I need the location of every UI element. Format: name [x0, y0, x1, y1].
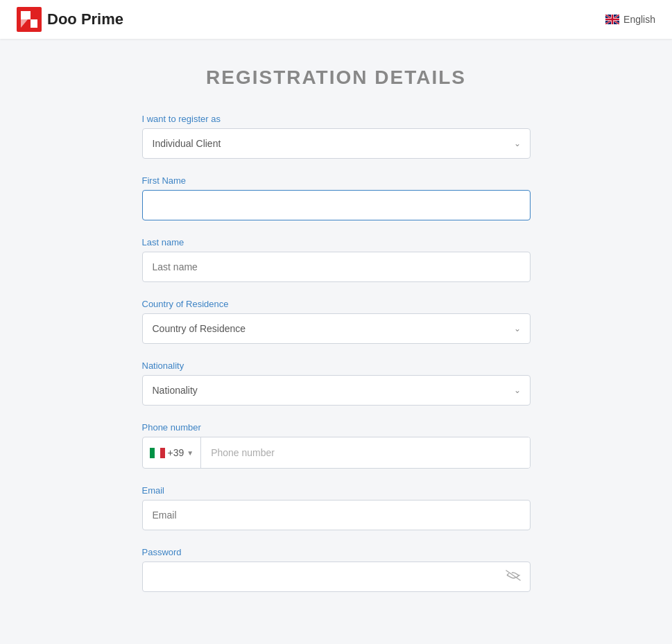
logo-icon — [17, 7, 42, 32]
svg-rect-7 — [160, 448, 165, 458]
email-input[interactable] — [142, 500, 531, 530]
logo: Doo Prime — [17, 7, 123, 32]
nationality-group: Nationality Nationality ⌄ — [142, 360, 531, 406]
nationality-select-wrapper: Nationality ⌄ — [142, 375, 531, 406]
phone-label: Phone number — [142, 422, 531, 433]
svg-rect-5 — [150, 448, 155, 458]
phone-code: +39 — [168, 447, 184, 458]
email-label: Email — [142, 485, 531, 496]
country-select-wrapper: Country of Residence ⌄ — [142, 313, 531, 344]
registration-form: I want to register as Individual Client … — [142, 114, 531, 592]
country-group: Country of Residence Country of Residenc… — [142, 299, 531, 344]
italy-flag-icon — [150, 448, 165, 458]
main-content: REGISTRATION DETAILS I want to register … — [128, 39, 544, 636]
eye-slash-icon[interactable] — [506, 570, 521, 584]
language-selector[interactable]: English — [605, 14, 655, 25]
flag-icon — [605, 15, 619, 24]
nationality-label: Nationality — [142, 360, 531, 371]
first-name-group: First Name — [142, 175, 531, 220]
logo-text: Doo Prime — [47, 10, 123, 28]
phone-wrapper: +39 ▼ — [142, 437, 531, 469]
last-name-input[interactable] — [142, 252, 531, 282]
svg-rect-6 — [155, 448, 160, 458]
first-name-input[interactable] — [142, 190, 531, 220]
header: Doo Prime English — [0, 0, 672, 39]
svg-marker-2 — [31, 19, 37, 28]
password-label: Password — [142, 547, 531, 557]
svg-marker-1 — [21, 11, 31, 19]
phone-group: Phone number +39 ▼ — [142, 422, 531, 469]
phone-input[interactable] — [201, 437, 529, 468]
email-group: Email — [142, 485, 531, 530]
first-name-label: First Name — [142, 175, 531, 186]
register-as-select[interactable]: Individual Client Corporate Client — [142, 128, 531, 159]
language-label: English — [623, 14, 655, 25]
password-wrapper — [142, 562, 531, 592]
country-select[interactable]: Country of Residence — [142, 313, 531, 344]
register-as-select-wrapper: Individual Client Corporate Client ⌄ — [142, 128, 531, 159]
register-as-group: I want to register as Individual Client … — [142, 114, 531, 159]
nationality-select[interactable]: Nationality — [142, 375, 531, 406]
register-as-label: I want to register as — [142, 114, 531, 124]
phone-country-chevron-icon: ▼ — [187, 449, 193, 457]
password-group: Password — [142, 547, 531, 592]
phone-country-selector[interactable]: +39 ▼ — [143, 437, 202, 468]
country-label: Country of Residence — [142, 299, 531, 309]
password-input[interactable] — [142, 562, 531, 592]
last-name-group: Last name — [142, 237, 531, 282]
page-title: REGISTRATION DETAILS — [142, 67, 531, 89]
last-name-label: Last name — [142, 237, 531, 247]
